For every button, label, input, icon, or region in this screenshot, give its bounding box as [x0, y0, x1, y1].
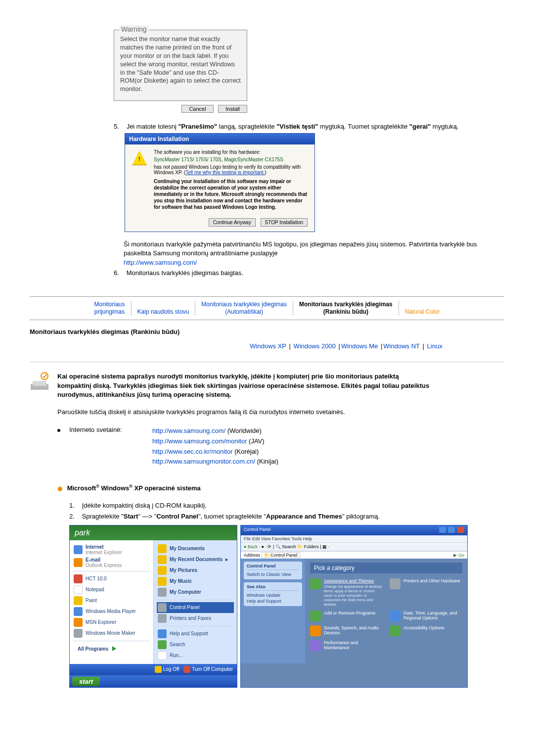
- t: Printers and Faxes: [170, 615, 211, 621]
- t: Run...: [170, 653, 183, 658]
- sound-icon: [310, 625, 321, 636]
- win-update-link[interactable]: Windows Update: [247, 592, 299, 598]
- section-tabs: Monitoriausprijungimas Kaip naudotis sto…: [30, 297, 504, 320]
- os-2000-link[interactable]: Windows 2000: [294, 342, 336, 350]
- cancel-button[interactable]: Cancel: [181, 105, 213, 113]
- tab-stand[interactable]: Kaip naudotis stovu: [132, 301, 196, 316]
- t: Monitoriaus: [94, 301, 125, 308]
- dialog-title: Hardware Installation: [125, 134, 314, 144]
- cp-address-bar: Address 📁 Control Panel ▶ Go: [241, 551, 467, 559]
- folder-icon: [158, 555, 167, 564]
- continue-anyway-button[interactable]: Continue Anyway: [209, 218, 256, 227]
- sm-hct[interactable]: HCT 10.0: [73, 573, 150, 584]
- close-icon[interactable]: [457, 527, 464, 533]
- t: Add or Remove Programs: [324, 611, 375, 615]
- step-5: 5. Jei matote tolesnį "Pranešimo" langą,…: [114, 123, 504, 232]
- sm-all-programs[interactable]: All Programs: [73, 643, 150, 655]
- t: E-mail: [86, 557, 100, 563]
- hw-device: SyncMaster 171S/ 175S/ 170S, MagicSyncMa…: [154, 157, 308, 162]
- mail-icon: [74, 558, 83, 567]
- sm-wmm[interactable]: Windows Movie Maker: [73, 628, 150, 639]
- go-button[interactable]: ▶ Go: [453, 553, 464, 558]
- tab-driver-auto[interactable]: Monitoriaus tvarkyklės įdiegimas(Automat…: [195, 301, 293, 316]
- sm-run[interactable]: Run...: [157, 650, 234, 661]
- sfx: (Worldwide): [225, 427, 262, 434]
- switch-classic-link[interactable]: Switch to Classic View: [247, 571, 299, 577]
- cat-appearance-themes[interactable]: Appearance and ThemesChange the appearan…: [310, 578, 383, 607]
- why-testing-link[interactable]: Tell me why this testing is important.: [185, 170, 265, 175]
- t: Windows Movie Maker: [86, 630, 135, 636]
- back-button[interactable]: ● Back: [244, 544, 258, 549]
- sm-email[interactable]: E-mailOutlook Express: [73, 556, 150, 569]
- bullet-links: http://www.samsung.com/ (Worldwide) http…: [152, 426, 278, 467]
- t: Control Panel: [270, 553, 298, 558]
- windows-xp-heading: Microsoft® Windows® XP operacinė sistema: [57, 484, 504, 492]
- cat-date-time[interactable]: Date, Time, Language, and Regional Optio…: [390, 611, 462, 621]
- cat-performance[interactable]: Performance and Maintenance: [310, 640, 383, 651]
- cat-add-remove[interactable]: Add or Remove Programs: [310, 611, 383, 621]
- t: Monitoriaus tvarkyklės įdiegimas: [299, 301, 393, 308]
- t: Notepad: [86, 587, 104, 592]
- tab-connection[interactable]: Monitoriausprijungimas: [89, 301, 132, 316]
- t: " piktogramą.: [342, 513, 380, 520]
- sm-printers[interactable]: Printers and Faxes: [157, 613, 234, 624]
- sm-search[interactable]: Search: [157, 639, 234, 650]
- svg-point-2: [41, 373, 48, 379]
- t: Folders: [304, 544, 319, 549]
- intro-subtext: Paruoškite tuščią diskelį ir atsisiųskit…: [57, 408, 463, 417]
- us-link[interactable]: http://www.samsung.com/monitor: [152, 437, 247, 445]
- b: Appearance and Themes: [266, 513, 342, 520]
- cp-menubar[interactable]: File Edit View Favorites Tools Help: [241, 535, 467, 542]
- cpanel-icon: [158, 603, 167, 612]
- website-bullet: Interneto svetainė: http://www.samsung.c…: [57, 426, 504, 467]
- t: Accessibility Options: [403, 625, 445, 630]
- stop-installation-button[interactable]: STOP Installation: [261, 218, 308, 227]
- t: Natural Color: [405, 308, 440, 315]
- tab-driver-manual[interactable]: Monitoriaus tvarkyklės įdiegimas(Rankini…: [293, 301, 399, 316]
- bullet-icon: [57, 429, 60, 432]
- samsung-link[interactable]: http://www.samsung.com/: [124, 259, 197, 266]
- sm-docs[interactable]: My Documents: [157, 543, 234, 554]
- sm-notepad[interactable]: Notepad: [73, 584, 150, 595]
- window-buttons: [438, 527, 464, 534]
- bullet-label: Interneto svetainė:: [69, 426, 143, 433]
- help-icon: [158, 629, 167, 638]
- os-me-link[interactable]: Windows Me: [341, 342, 378, 350]
- os-nt-link[interactable]: Windows NT: [383, 342, 420, 350]
- b: "Pranešimo": [178, 123, 217, 130]
- sm-pics[interactable]: My Pictures: [157, 565, 234, 576]
- cn-link[interactable]: http://www.samsungmonitor.com.cn/: [152, 458, 255, 465]
- os-xp-link[interactable]: Windows XP: [250, 342, 286, 350]
- sm-internet[interactable]: InternetInternet Explorer: [73, 543, 150, 556]
- kr-link[interactable]: http://www.sec.co.kr/monitor: [152, 448, 233, 455]
- os-linux-link[interactable]: Linux: [427, 342, 443, 350]
- minimize-icon[interactable]: [439, 527, 446, 533]
- sm-paint[interactable]: Paint: [73, 595, 150, 606]
- clock-icon: [390, 611, 400, 621]
- sm-music[interactable]: My Music: [157, 576, 234, 587]
- t: (Automatiškai): [225, 308, 263, 315]
- sm-comp[interactable]: My Computer: [157, 587, 234, 598]
- cat-accessibility[interactable]: Accessibility Options: [390, 625, 462, 636]
- taskbar: start: [69, 675, 237, 688]
- install-button[interactable]: Install: [218, 105, 247, 113]
- tab-natural-color[interactable]: Natural Color: [399, 301, 446, 316]
- help-support-link[interactable]: Help and Support: [247, 598, 299, 604]
- b: "gerai": [409, 123, 431, 130]
- os-links: Windows XP | Windows 2000 |Windows Me |W…: [188, 342, 504, 350]
- maximize-icon[interactable]: [448, 527, 455, 533]
- logoff-button[interactable]: Log Off: [155, 666, 179, 673]
- sm-wmp[interactable]: Windows Media Player: [73, 606, 150, 617]
- ww-link[interactable]: http://www.samsung.com/: [152, 427, 225, 434]
- hardware-install-dialog: Hardware Installation ! The software you…: [125, 133, 315, 232]
- sm-msn[interactable]: MSN Explorer: [73, 617, 150, 628]
- install-icon: [30, 372, 49, 392]
- cat-printers-hardware[interactable]: Printers and Other Hardware: [390, 578, 462, 607]
- cat-sounds[interactable]: Sounds, Speech, and Audio Devices: [310, 625, 383, 636]
- sm-recent[interactable]: My Recent Documents ▸: [157, 554, 234, 565]
- turnoff-button[interactable]: Turn Off Computer: [183, 666, 233, 673]
- start-button[interactable]: start: [72, 677, 100, 686]
- run-icon: [158, 651, 167, 660]
- sm-control-panel[interactable]: Control Panel: [157, 602, 234, 613]
- sm-help[interactable]: Help and Support: [157, 628, 234, 639]
